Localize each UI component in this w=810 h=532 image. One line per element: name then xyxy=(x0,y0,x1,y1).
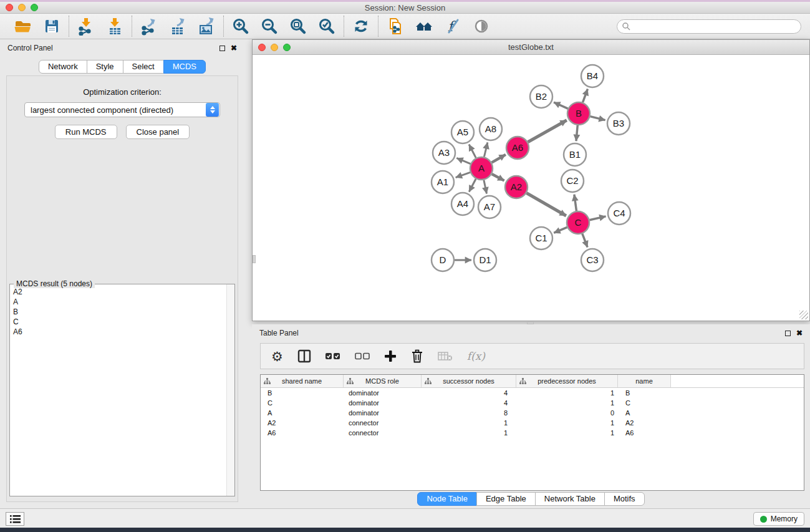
edge-A-A8[interactable] xyxy=(484,142,488,157)
mcds-list-scrollbar[interactable] xyxy=(226,284,234,496)
tab-select[interactable]: Select xyxy=(123,60,164,74)
graph-node-A1[interactable]: A1 xyxy=(432,171,454,193)
table-row[interactable]: Bdominator41B xyxy=(261,388,804,398)
edge-C-C3[interactable] xyxy=(582,234,587,248)
edge-A6-B[interactable] xyxy=(528,120,567,142)
graph-node-B2[interactable]: B2 xyxy=(530,85,552,108)
close-table-panel-icon[interactable]: ✖ xyxy=(796,329,803,337)
select-all-icon[interactable] xyxy=(325,352,340,360)
save-session-icon[interactable] xyxy=(42,16,62,36)
mcds-result-item[interactable]: A2 xyxy=(10,287,226,297)
zoom-fit-icon[interactable] xyxy=(288,16,308,36)
column-header-shared-name[interactable]: shared name xyxy=(261,375,344,387)
network-graph[interactable]: B4B2BB3B1A5A8A3A6AA1C2A2A4A7CC1C4C3DD1 xyxy=(253,55,809,321)
clone-network-icon[interactable] xyxy=(385,16,405,36)
graph-node-C[interactable]: C xyxy=(567,211,589,234)
edge-A-A6[interactable] xyxy=(492,155,506,163)
table-row[interactable]: Cdominator41C xyxy=(261,398,804,408)
toggle-graphics-details-icon[interactable]: f xyxy=(443,16,463,36)
column-header-name[interactable]: name xyxy=(618,375,671,387)
tab-mcds[interactable]: MCDS xyxy=(163,60,206,74)
edge-A-A5[interactable] xyxy=(469,145,476,158)
table-row[interactable]: A2connector11A2 xyxy=(261,418,804,428)
graph-node-C1[interactable]: C1 xyxy=(530,227,552,249)
mcds-result-item[interactable]: A6 xyxy=(10,327,226,337)
graph-node-B3[interactable]: B3 xyxy=(607,112,630,135)
refresh-layout-icon[interactable] xyxy=(351,16,371,36)
graph-node-A4[interactable]: A4 xyxy=(451,193,474,215)
delete-column-trash-icon[interactable] xyxy=(411,349,423,363)
column-header-predecessor-nodes[interactable]: predecessor nodes xyxy=(516,375,618,387)
graph-node-D1[interactable]: D1 xyxy=(474,249,496,271)
edge-A-A3[interactable] xyxy=(456,158,470,163)
mcds-result-item[interactable]: A xyxy=(10,297,226,307)
tab-node-table[interactable]: Node Table xyxy=(417,492,477,506)
splitter-grip-icon[interactable] xyxy=(253,255,256,263)
task-history-button[interactable] xyxy=(6,512,24,526)
zoom-in-icon[interactable] xyxy=(231,16,251,36)
edge-B-B4[interactable] xyxy=(583,89,588,103)
import-table-icon[interactable] xyxy=(105,16,125,36)
column-header-mcds-role[interactable]: MCDS role xyxy=(344,375,422,387)
edge-A-A2[interactable] xyxy=(492,174,504,181)
graph-node-A2[interactable]: A2 xyxy=(505,176,528,198)
run-mcds-button[interactable]: Run MCDS xyxy=(55,125,117,139)
column-header-successor-nodes[interactable]: successor nodes xyxy=(422,375,516,387)
graph-node-A8[interactable]: A8 xyxy=(480,118,502,140)
table-row[interactable]: A6connector11A6 xyxy=(261,428,804,438)
mcds-result-item[interactable]: C xyxy=(10,317,226,327)
open-session-icon[interactable] xyxy=(13,16,33,36)
edge-C-C1[interactable] xyxy=(554,227,567,233)
export-image-icon[interactable] xyxy=(196,16,216,36)
show-all-networks-home-icon[interactable] xyxy=(414,16,434,36)
edge-A2-C[interactable] xyxy=(526,193,566,216)
edge-B-B3[interactable] xyxy=(590,117,605,120)
tab-edge-table[interactable]: Edge Table xyxy=(476,492,536,506)
close-panel-icon[interactable]: ✖ xyxy=(231,44,237,52)
float-table-panel-icon[interactable] xyxy=(785,331,791,336)
window-resize-grip-icon[interactable] xyxy=(799,311,808,319)
edge-B-B2[interactable] xyxy=(554,102,568,109)
optimization-criterion-select[interactable]: largest connected component (directed) xyxy=(24,102,220,117)
graph-node-C2[interactable]: C2 xyxy=(561,170,584,192)
network-canvas[interactable]: B4B2BB3B1A5A8A3A6AA1C2A2A4A7CC1C4C3DD1 xyxy=(253,55,809,321)
edge-A-A7[interactable] xyxy=(484,180,487,194)
edge-C-C4[interactable] xyxy=(590,216,606,220)
graph-node-B4[interactable]: B4 xyxy=(581,65,604,87)
search-input[interactable] xyxy=(617,19,801,34)
zoom-selected-icon[interactable] xyxy=(317,16,337,36)
close-panel-button[interactable]: Close panel xyxy=(126,125,190,139)
edge-A-A4[interactable] xyxy=(469,179,476,192)
float-panel-icon[interactable] xyxy=(219,46,225,51)
edge-C-C2[interactable] xyxy=(574,195,577,211)
zoom-out-icon[interactable] xyxy=(259,16,279,36)
graph-node-A6[interactable]: A6 xyxy=(506,137,529,159)
tab-network-table[interactable]: Network Table xyxy=(535,492,605,506)
table-row[interactable]: Adominator80A xyxy=(261,408,804,418)
edge-B-B1[interactable] xyxy=(576,125,577,141)
graph-node-B[interactable]: B xyxy=(567,102,590,125)
table-settings-gear-icon[interactable]: ⚙ xyxy=(271,350,283,363)
memory-button[interactable]: Memory xyxy=(753,512,804,526)
graph-node-C4[interactable]: C4 xyxy=(608,202,630,225)
graph-node-A[interactable]: A xyxy=(470,157,493,180)
graph-node-D[interactable]: D xyxy=(432,249,454,271)
graph-node-C3[interactable]: C3 xyxy=(581,249,604,271)
export-table-icon[interactable] xyxy=(168,16,188,36)
graph-node-A5[interactable]: A5 xyxy=(451,121,474,143)
tab-motifs[interactable]: Motifs xyxy=(604,492,645,506)
node-table[interactable]: shared nameMCDS rolesuccessor nodesprede… xyxy=(260,374,804,491)
edge-A-A1[interactable] xyxy=(456,172,470,177)
column-selector-icon[interactable] xyxy=(297,349,311,363)
graph-node-A3[interactable]: A3 xyxy=(433,142,455,164)
show-hide-eye-icon[interactable] xyxy=(471,16,491,36)
mcds-result-item[interactable]: B xyxy=(10,307,226,317)
graph-node-B1[interactable]: B1 xyxy=(564,143,586,166)
add-column-icon[interactable] xyxy=(384,350,397,362)
tab-network[interactable]: Network xyxy=(39,60,87,74)
deselect-all-icon[interactable] xyxy=(355,352,370,360)
export-network-icon[interactable] xyxy=(139,16,159,36)
graph-node-A7[interactable]: A7 xyxy=(478,196,501,218)
import-network-icon[interactable] xyxy=(76,16,96,36)
tab-style[interactable]: Style xyxy=(87,60,123,74)
